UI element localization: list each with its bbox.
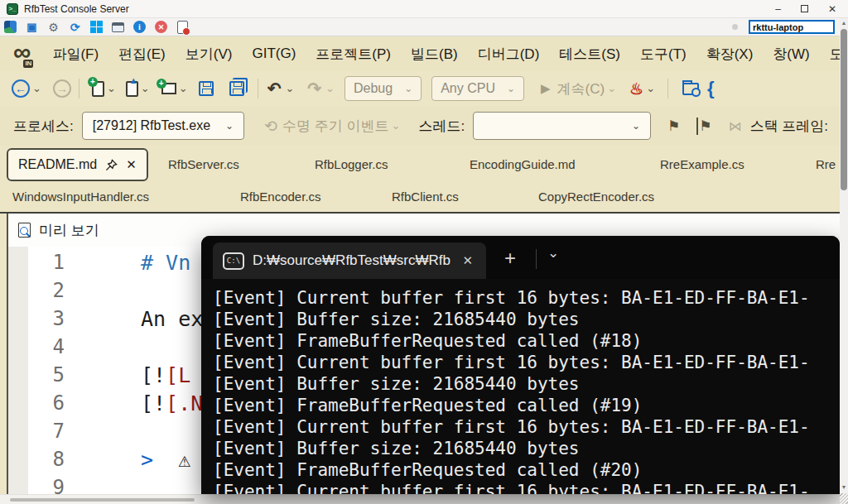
menu-item[interactable]: 디버그(D): [468, 40, 550, 69]
outer-title-bar: >_ RfbTest Console Server – ✕: [0, 0, 848, 18]
screen-capture-icon[interactable]: ▣: [25, 20, 39, 34]
scrollbar-thumb[interactable]: [841, 29, 847, 190]
solution-platform-combo[interactable]: Any CPU ⌄: [431, 76, 524, 101]
new-terminal-tab-button[interactable]: +: [504, 246, 516, 271]
maximize-button[interactable]: [801, 5, 808, 12]
disconnect-icon[interactable]: ✕: [154, 20, 168, 34]
redo-chevron-icon: ⌄: [325, 84, 335, 93]
navigate-back-icon[interactable]: ←: [12, 79, 30, 98]
code-text: # Vn: [65, 251, 190, 275]
continue-chevron-icon[interactable]: ⌄: [607, 84, 616, 93]
flag-icon[interactable]: ⚑: [667, 118, 680, 135]
outer-toolbar: ▣ ⚙ ⟳ i ✕: [0, 18, 848, 36]
menu-item[interactable]: 빌드(B): [401, 40, 468, 69]
document-tab[interactable]: RreExample.cs: [660, 146, 744, 184]
menu-item[interactable]: 편집(E): [108, 40, 176, 69]
document-tab[interactable]: CopyRectEncoder.cs: [538, 184, 654, 210]
terminal-line: [Event] FrameBufferRequested called (#19…: [213, 395, 840, 416]
document-tab[interactable]: RfbServer.cs: [168, 146, 239, 184]
vnc-logo-icon[interactable]: [3, 20, 17, 34]
add-item-chevron-icon[interactable]: ⌄: [179, 84, 188, 93]
menu-item[interactable]: GIT(G): [242, 41, 306, 67]
hot-reload-chevron-icon[interactable]: ⌄: [646, 84, 655, 93]
scroll-down-icon[interactable]: ▼: [840, 482, 848, 492]
new-file-chevron-icon[interactable]: ⌄: [107, 84, 116, 93]
terminal-menu-chevron-icon[interactable]: ⌄: [547, 244, 559, 262]
refresh-icon[interactable]: ⟳: [68, 20, 82, 34]
remote-desktop-viewport: ∞ IN 파일(F)편집(E)보기(V)GIT(G)프로젝트(P)빌드(B)디버…: [0, 36, 840, 504]
document-tab[interactable]: RfbLogger.cs: [315, 146, 388, 184]
host-input[interactable]: [749, 20, 835, 34]
preview-label[interactable]: 미리 보기: [39, 221, 99, 240]
editor-horizontal-scrollbar[interactable]: [0, 494, 840, 504]
undo-icon[interactable]: ↶: [267, 80, 282, 97]
windows-logo-icon[interactable]: [89, 20, 104, 34]
process-combo[interactable]: [27912] RfbTest.exe ⌄: [82, 112, 244, 140]
scrollbar-thumb[interactable]: [10, 498, 195, 502]
scroll-up-icon[interactable]: ▲: [840, 18, 848, 28]
terminal-line: [Event] Current buffer first 16 bytes: B…: [213, 287, 840, 309]
thread-label: 스레드:: [418, 117, 465, 136]
document-tab[interactable]: EncodingGuide.md: [470, 146, 576, 184]
line-number: 1: [28, 251, 65, 274]
thread-combo[interactable]: ⌄: [473, 112, 651, 140]
continue-button[interactable]: 계속(C): [557, 79, 605, 98]
minimize-button[interactable]: –: [775, 3, 781, 15]
terminal-line: [Event] Buffer size: 21685440 bytes: [213, 309, 840, 330]
open-file-icon[interactable]: ▲: [126, 81, 138, 97]
save-icon[interactable]: [199, 81, 214, 96]
menu-item[interactable]: 확장(X): [696, 40, 764, 69]
terminal-tab-bar: C:\ D:₩source₩RfbTest₩src₩Rfb1 ✕ + ⌄: [201, 236, 840, 279]
open-file-chevron-icon[interactable]: ⌄: [141, 84, 150, 93]
continue-play-icon[interactable]: ▶: [541, 81, 551, 96]
document-tab[interactable]: RfbClient.cs: [392, 184, 459, 210]
tab-row1-others: RfbServer.csRfbLogger.csEncodingGuide.md…: [0, 146, 840, 184]
menu-item[interactable]: 도구(T): [630, 40, 696, 69]
console-window-icon[interactable]: [111, 20, 125, 34]
document-tab[interactable]: RfbEncoder.cs: [240, 184, 321, 210]
terminal-output[interactable]: [Event] Current buffer first 16 bytes: B…: [201, 279, 840, 494]
flag-pole-icon[interactable]: ⚑: [696, 118, 711, 135]
document-tab[interactable]: Rre: [816, 146, 836, 184]
terminal-tab-title: D:₩source₩RfbTest₩src₩Rfb1: [253, 252, 450, 269]
chevron-down-icon: ⌄: [225, 120, 234, 132]
chevron-down-icon: ⌄: [404, 83, 412, 94]
settings-gear-icon[interactable]: ⚙: [46, 20, 60, 34]
menu-item[interactable]: 창(W): [763, 40, 819, 69]
menu-item[interactable]: 도움말(H): [820, 40, 840, 69]
hot-reload-icon[interactable]: ♨: [629, 79, 643, 98]
terminal-line: [Event] Buffer size: 21685440 bytes: [213, 373, 840, 395]
vs-debug-location-bar: 프로세스: [27912] RfbTest.exe ⌄ ⟲ 수명 주기 이벤트 …: [0, 106, 840, 146]
file-alert-icon[interactable]: [176, 20, 190, 34]
new-file-icon[interactable]: +: [92, 81, 104, 97]
back-dropdown-chevron-icon[interactable]: ⌄: [32, 84, 41, 93]
outer-vertical-scrollbar[interactable]: ▲ ▼: [840, 18, 848, 504]
document-tab[interactable]: WindowsInputHandler.cs: [12, 184, 149, 210]
close-terminal-tab-icon[interactable]: ✕: [459, 252, 476, 270]
search-solution-icon[interactable]: [682, 83, 699, 95]
undo-chevron-icon[interactable]: ⌄: [285, 84, 294, 93]
terminal-tab[interactable]: C:\ D:₩source₩RfbTest₩src₩Rfb1 ✕: [213, 242, 486, 279]
terminal-line: [Event] FrameBufferRequested called (#18…: [213, 330, 840, 352]
vs-standard-toolbar: ← ⌄ → + ⌄ ▲ ⌄ + ⌄ ↶ ⌄ ↷ ⌄ Debug ⌄ Any CP…: [0, 71, 840, 106]
resize-grip[interactable]: [840, 493, 848, 504]
terminal-window: C:\ D:₩source₩RfbTest₩src₩Rfb1 ✕ + ⌄ [Ev…: [201, 236, 840, 494]
vs-menu-bar-items: 파일(F)편집(E)보기(V)GIT(G)프로젝트(P)빌드(B)디버그(D)테…: [42, 40, 840, 69]
solution-config-combo[interactable]: Debug ⌄: [344, 76, 422, 101]
app-window-icon: >_: [7, 3, 18, 15]
save-all-icon[interactable]: [229, 81, 244, 96]
menu-item[interactable]: 프로젝트(P): [306, 40, 401, 69]
show-threads-icon: ⋈: [729, 118, 742, 134]
add-item-icon[interactable]: +: [161, 83, 176, 94]
info-icon[interactable]: i: [132, 20, 147, 34]
lifecycle-events-icon: ⟲: [264, 117, 277, 136]
preview-icon[interactable]: [18, 223, 31, 238]
line-number: 4: [28, 335, 65, 358]
close-button[interactable]: ✕: [828, 3, 836, 15]
chevron-down-icon: ⌄: [507, 83, 515, 94]
menu-item[interactable]: 파일(F): [42, 40, 108, 69]
menu-item[interactable]: 테스트(S): [549, 40, 630, 69]
navigate-forward-icon: →: [53, 79, 71, 98]
menu-item[interactable]: 보기(V): [176, 40, 243, 69]
line-number: 9: [28, 476, 65, 494]
